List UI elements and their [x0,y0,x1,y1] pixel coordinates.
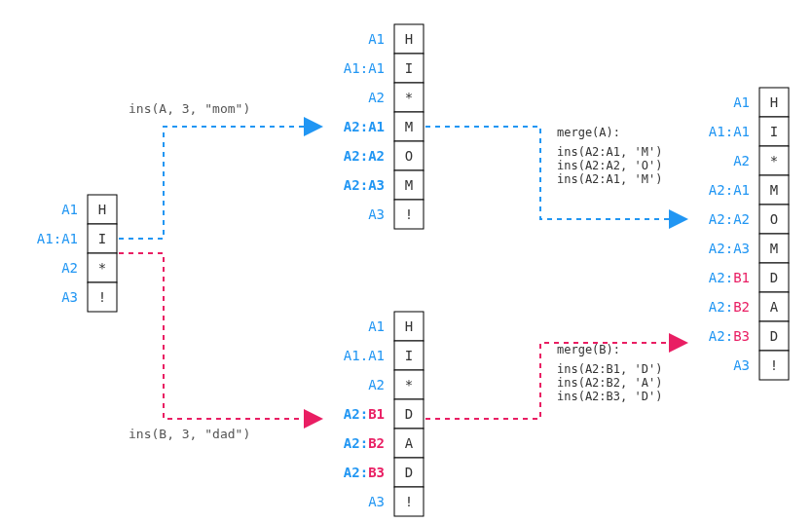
col2bot-id-0: A1 [368,318,385,334]
merge-a-line-1: ins(A2:A2, 'O') [557,159,662,172]
col3-id-5: A2:A3 [709,241,750,256]
col1-id-3: A3 [61,289,78,305]
col3-id-4: A2:A2 [709,211,750,227]
col2top-id-5: A2:A3 [344,177,385,193]
col2top-cell-5: M [405,177,413,193]
col3-cell-8: D [770,328,778,344]
col2top-cell-1: I [405,60,413,76]
col1-cell-2: * [98,260,106,276]
col3-cell-4: O [770,211,778,227]
col2top-cell-0: H [405,31,413,47]
col2top-id-3: A2:A1 [344,119,385,134]
merge-a-title: merge(A): [557,126,620,139]
col2top-cell-3: M [405,119,413,134]
col2bot-cell-4: A [405,435,414,451]
merge-b-line-2: ins(A2:B3, 'D') [557,390,662,403]
merge-a-line-2: ins(A2:A1, 'M') [557,172,662,186]
col3-stack: H A1 I A1:A1 * A2 M A2:A1 O A2:A2 M A2:A… [709,88,789,380]
col3-cell-9: ! [770,357,778,373]
col1-cell-0: H [98,202,106,217]
col2bot-cell-0: H [405,318,413,334]
col2bot-cell-2: * [405,377,413,392]
col3-id-2: A2 [733,153,750,168]
col2top-id-6: A3 [368,206,385,222]
col3-cell-5: M [770,241,778,256]
col3-id-0: A1 [733,94,750,110]
col1-cell-1: I [98,231,106,246]
merge-a-line-0: ins(A2:A1, 'M') [557,145,662,159]
col3-cell-3: M [770,182,778,198]
merge-b-line-1: ins(A2:B2, 'A') [557,376,662,390]
col2bot-id-6: A3 [368,494,385,509]
col2top-id-0: A1 [368,31,385,47]
col1-id-1: A1:A1 [37,231,78,246]
col2bot-id-4: A2:B2 [344,435,385,451]
op-a-label: ins(A, 3, "mom") [129,101,250,116]
col2top-id-4: A2:A2 [344,148,385,164]
arrow-ins-b [119,253,321,419]
col2bot-cell-3: D [405,406,413,422]
col3-cell-2: * [770,153,778,168]
col3-id-7: A2:B2 [709,299,750,315]
col3-cell-7: A [770,299,779,315]
col2top-cell-2: * [405,90,413,105]
col2bot-cell-5: D [405,465,413,480]
col2top-stack: H A1 I A1:A1 * A2 M A2:A1 O A2:A2 M A2:A… [344,24,424,229]
col1-cell-3: ! [98,289,106,305]
col2top-cell-4: O [405,148,413,164]
col2bot-id-2: A2 [368,377,385,392]
col3-id-8: A2:B3 [709,328,750,344]
col1-id-2: A2 [61,260,78,276]
col3-cell-1: I [770,124,778,139]
col3-id-3: A2:A1 [709,182,750,198]
col3-id-6: A2:B1 [709,270,750,285]
col2bot-id-1: A1.A1 [344,348,385,363]
col2bot-id-5: A2:B3 [344,465,385,480]
col1-id-0: A1 [61,202,78,217]
col3-cell-0: H [770,94,778,110]
col2top-id-1: A1:A1 [344,60,385,76]
col3-id-1: A1:A1 [709,124,750,139]
col1-stack: H A1 I A1:A1 * A2 ! A3 [37,195,117,312]
col3-cell-6: D [770,270,778,285]
merge-b-line-0: ins(A2:B1, 'D') [557,362,662,376]
merge-a-block: merge(A): ins(A2:A1, 'M') ins(A2:A2, 'O'… [557,126,662,186]
col2bot-cell-1: I [405,348,413,363]
col2top-cell-6: ! [405,206,413,222]
col3-id-9: A3 [733,357,750,373]
col2top-id-2: A2 [368,90,385,105]
col2bot-id-3: A2:B1 [344,406,385,422]
merge-b-title: merge(B): [557,343,620,356]
col2bot-stack: H A1 I A1.A1 * A2 D A2:B1 A A2:B2 D A2:B… [344,312,424,516]
op-b-label: ins(B, 3, "dad") [129,427,250,441]
col2bot-cell-6: ! [405,494,413,509]
arrow-ins-a [119,127,321,239]
merge-b-block: merge(B): ins(A2:B1, 'D') ins(A2:B2, 'A'… [557,343,662,403]
